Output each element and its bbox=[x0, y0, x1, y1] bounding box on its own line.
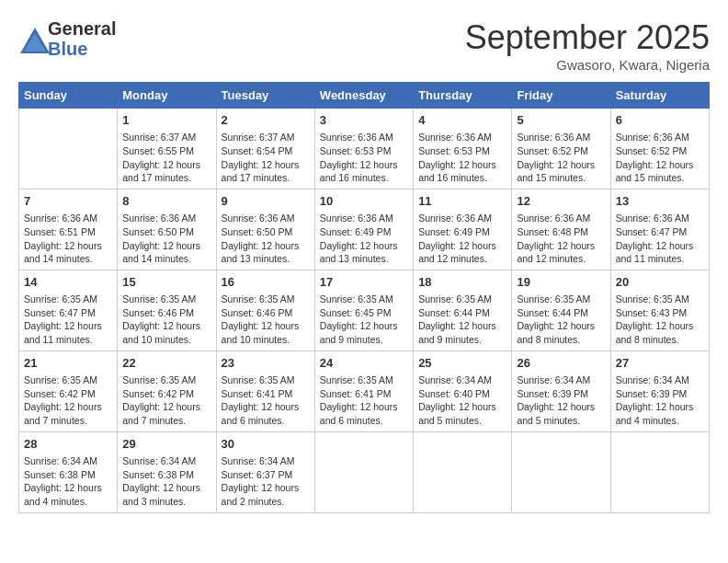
day-info: Sunrise: 6:36 AM Sunset: 6:52 PM Dayligh… bbox=[517, 131, 605, 185]
calendar-cell bbox=[512, 431, 610, 512]
calendar-cell bbox=[610, 431, 709, 512]
day-header-tuesday: Tuesday bbox=[216, 83, 314, 109]
day-number: 29 bbox=[122, 436, 210, 453]
day-number: 5 bbox=[517, 112, 605, 129]
calendar-cell: 5Sunrise: 6:36 AM Sunset: 6:52 PM Daylig… bbox=[512, 109, 610, 190]
day-info: Sunrise: 6:34 AM Sunset: 6:38 PM Dayligh… bbox=[24, 454, 112, 509]
calendar-cell bbox=[314, 431, 413, 512]
day-number: 1 bbox=[122, 112, 210, 129]
day-number: 13 bbox=[616, 193, 704, 210]
day-info: Sunrise: 6:36 AM Sunset: 6:49 PM Dayligh… bbox=[320, 212, 408, 266]
day-number: 25 bbox=[418, 355, 506, 372]
calendar-cell: 10Sunrise: 6:36 AM Sunset: 6:49 PM Dayli… bbox=[314, 189, 413, 270]
day-info: Sunrise: 6:36 AM Sunset: 6:52 PM Dayligh… bbox=[616, 131, 704, 185]
day-number: 18 bbox=[418, 274, 506, 291]
calendar-cell: 4Sunrise: 6:36 AM Sunset: 6:53 PM Daylig… bbox=[414, 109, 512, 190]
calendar-cell: 21Sunrise: 6:35 AM Sunset: 6:42 PM Dayli… bbox=[19, 350, 118, 431]
calendar-cell bbox=[19, 109, 118, 190]
day-info: Sunrise: 6:35 AM Sunset: 6:42 PM Dayligh… bbox=[24, 373, 112, 428]
day-number: 23 bbox=[222, 355, 310, 372]
day-info: Sunrise: 6:36 AM Sunset: 6:53 PM Dayligh… bbox=[320, 131, 408, 185]
day-number: 26 bbox=[517, 355, 605, 372]
day-header-wednesday: Wednesday bbox=[314, 83, 413, 109]
day-info: Sunrise: 6:35 AM Sunset: 6:41 PM Dayligh… bbox=[320, 373, 408, 428]
calendar-cell: 26Sunrise: 6:34 AM Sunset: 6:39 PM Dayli… bbox=[512, 350, 610, 431]
day-number: 2 bbox=[222, 112, 310, 129]
day-info: Sunrise: 6:35 AM Sunset: 6:44 PM Dayligh… bbox=[517, 293, 605, 347]
day-info: Sunrise: 6:35 AM Sunset: 6:45 PM Dayligh… bbox=[320, 293, 408, 347]
location: Gwasoro, Kwara, Nigeria bbox=[465, 57, 710, 73]
calendar-cell: 24Sunrise: 6:35 AM Sunset: 6:41 PM Dayli… bbox=[314, 350, 413, 431]
day-number: 24 bbox=[320, 355, 408, 372]
calendar-cell: 14Sunrise: 6:35 AM Sunset: 6:47 PM Dayli… bbox=[19, 270, 118, 350]
day-info: Sunrise: 6:36 AM Sunset: 6:53 PM Dayligh… bbox=[418, 131, 506, 185]
calendar-week-row: 21Sunrise: 6:35 AM Sunset: 6:42 PM Dayli… bbox=[19, 350, 710, 431]
day-info: Sunrise: 6:34 AM Sunset: 6:40 PM Dayligh… bbox=[418, 373, 506, 428]
calendar-cell: 13Sunrise: 6:36 AM Sunset: 6:47 PM Dayli… bbox=[610, 189, 709, 270]
calendar-cell: 8Sunrise: 6:36 AM Sunset: 6:50 PM Daylig… bbox=[118, 189, 216, 270]
day-number: 17 bbox=[320, 274, 408, 291]
page-header: General Blue September 2025 Gwasoro, Kwa… bbox=[18, 18, 710, 73]
day-number: 20 bbox=[616, 274, 704, 291]
day-info: Sunrise: 6:36 AM Sunset: 6:51 PM Dayligh… bbox=[24, 212, 112, 266]
calendar-table: SundayMondayTuesdayWednesdayThursdayFrid… bbox=[18, 82, 710, 513]
calendar-cell: 12Sunrise: 6:36 AM Sunset: 6:48 PM Dayli… bbox=[512, 189, 610, 270]
calendar-cell: 16Sunrise: 6:35 AM Sunset: 6:46 PM Dayli… bbox=[216, 270, 314, 350]
day-number: 14 bbox=[24, 274, 112, 291]
day-number: 28 bbox=[24, 436, 112, 453]
calendar-week-row: 7Sunrise: 6:36 AM Sunset: 6:51 PM Daylig… bbox=[19, 189, 710, 270]
calendar-cell: 20Sunrise: 6:35 AM Sunset: 6:43 PM Dayli… bbox=[610, 270, 709, 350]
day-info: Sunrise: 6:35 AM Sunset: 6:46 PM Dayligh… bbox=[222, 293, 310, 347]
day-info: Sunrise: 6:35 AM Sunset: 6:42 PM Dayligh… bbox=[122, 373, 210, 428]
calendar-cell: 25Sunrise: 6:34 AM Sunset: 6:40 PM Dayli… bbox=[414, 350, 512, 431]
calendar-cell: 7Sunrise: 6:36 AM Sunset: 6:51 PM Daylig… bbox=[19, 189, 118, 270]
day-number: 12 bbox=[517, 193, 605, 210]
day-info: Sunrise: 6:36 AM Sunset: 6:49 PM Dayligh… bbox=[418, 212, 506, 266]
day-info: Sunrise: 6:34 AM Sunset: 6:38 PM Dayligh… bbox=[122, 454, 210, 509]
day-number: 7 bbox=[24, 193, 112, 210]
day-info: Sunrise: 6:35 AM Sunset: 6:41 PM Dayligh… bbox=[222, 373, 310, 428]
calendar-cell: 2Sunrise: 6:37 AM Sunset: 6:54 PM Daylig… bbox=[216, 109, 314, 190]
logo-icon bbox=[18, 26, 44, 52]
calendar-header-row: SundayMondayTuesdayWednesdayThursdayFrid… bbox=[19, 83, 710, 109]
calendar-cell: 18Sunrise: 6:35 AM Sunset: 6:44 PM Dayli… bbox=[414, 270, 512, 350]
calendar-cell: 17Sunrise: 6:35 AM Sunset: 6:45 PM Dayli… bbox=[314, 270, 413, 350]
day-info: Sunrise: 6:36 AM Sunset: 6:50 PM Dayligh… bbox=[122, 212, 210, 266]
calendar-cell: 15Sunrise: 6:35 AM Sunset: 6:46 PM Dayli… bbox=[118, 270, 216, 350]
day-info: Sunrise: 6:34 AM Sunset: 6:37 PM Dayligh… bbox=[222, 454, 310, 509]
calendar-week-row: 14Sunrise: 6:35 AM Sunset: 6:47 PM Dayli… bbox=[19, 270, 710, 350]
day-info: Sunrise: 6:35 AM Sunset: 6:43 PM Dayligh… bbox=[616, 293, 704, 347]
title-block: September 2025 Gwasoro, Kwara, Nigeria bbox=[465, 18, 710, 73]
day-number: 19 bbox=[517, 274, 605, 291]
calendar-cell: 1Sunrise: 6:37 AM Sunset: 6:55 PM Daylig… bbox=[118, 109, 216, 190]
calendar-week-row: 28Sunrise: 6:34 AM Sunset: 6:38 PM Dayli… bbox=[19, 431, 710, 512]
calendar-week-row: 1Sunrise: 6:37 AM Sunset: 6:55 PM Daylig… bbox=[19, 109, 710, 190]
day-header-friday: Friday bbox=[512, 83, 610, 109]
day-info: Sunrise: 6:36 AM Sunset: 6:47 PM Dayligh… bbox=[616, 212, 704, 266]
calendar-cell: 3Sunrise: 6:36 AM Sunset: 6:53 PM Daylig… bbox=[314, 109, 413, 190]
day-number: 27 bbox=[616, 355, 704, 372]
day-number: 21 bbox=[24, 355, 112, 372]
day-info: Sunrise: 6:37 AM Sunset: 6:54 PM Dayligh… bbox=[222, 131, 310, 185]
calendar-cell bbox=[414, 431, 512, 512]
day-number: 22 bbox=[122, 355, 210, 372]
calendar-cell: 27Sunrise: 6:34 AM Sunset: 6:39 PM Dayli… bbox=[610, 350, 709, 431]
day-info: Sunrise: 6:34 AM Sunset: 6:39 PM Dayligh… bbox=[616, 373, 704, 428]
day-number: 4 bbox=[418, 112, 506, 129]
day-number: 6 bbox=[616, 112, 704, 129]
day-header-saturday: Saturday bbox=[610, 83, 709, 109]
day-info: Sunrise: 6:37 AM Sunset: 6:55 PM Dayligh… bbox=[122, 131, 210, 185]
day-info: Sunrise: 6:35 AM Sunset: 6:47 PM Dayligh… bbox=[24, 293, 112, 347]
day-info: Sunrise: 6:35 AM Sunset: 6:46 PM Dayligh… bbox=[122, 293, 210, 347]
day-info: Sunrise: 6:36 AM Sunset: 6:48 PM Dayligh… bbox=[517, 212, 605, 266]
calendar-cell: 30Sunrise: 6:34 AM Sunset: 6:37 PM Dayli… bbox=[216, 431, 314, 512]
month-title: September 2025 bbox=[465, 18, 710, 57]
logo-text: General Blue bbox=[48, 18, 116, 59]
day-number: 9 bbox=[222, 193, 310, 210]
calendar-cell: 6Sunrise: 6:36 AM Sunset: 6:52 PM Daylig… bbox=[610, 109, 709, 190]
calendar-cell: 28Sunrise: 6:34 AM Sunset: 6:38 PM Dayli… bbox=[19, 431, 118, 512]
logo: General Blue bbox=[18, 18, 116, 59]
day-number: 10 bbox=[320, 193, 408, 210]
calendar-cell: 29Sunrise: 6:34 AM Sunset: 6:38 PM Dayli… bbox=[118, 431, 216, 512]
calendar-cell: 11Sunrise: 6:36 AM Sunset: 6:49 PM Dayli… bbox=[414, 189, 512, 270]
